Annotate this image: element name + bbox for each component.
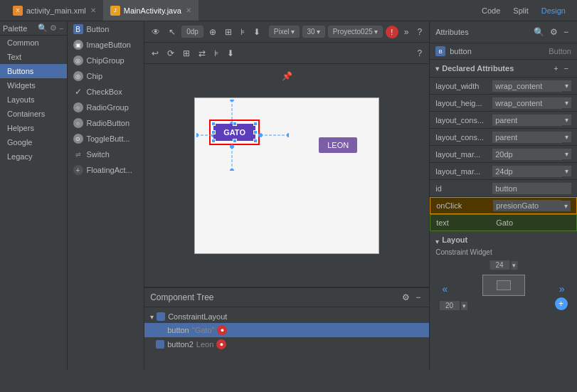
declared-remove-button[interactable]: − [561,63,571,74]
comp-item-switch[interactable]: ⇌ Switch [68,147,144,162]
comp-item-button[interactable]: B Button [68,21,144,37]
pixel-selector[interactable]: Pixel ▾ [269,26,300,38]
tab-activity-xml-close[interactable]: ✕ [90,6,96,14]
canvas-toolbar-btn-0[interactable]: ↩ [149,47,162,60]
attr-dropdown-arrow-layout-height[interactable]: ▾ [562,97,571,108]
attr-value-id[interactable] [492,183,571,194]
attr-dropdown-arrow-layout-mar1[interactable]: ▾ [562,149,571,159]
attr-name-text: text [436,218,493,227]
attr-value-layout-mar2[interactable]: 24dp ▾ [492,166,571,177]
palette-item-legacy[interactable]: Legacy [0,149,67,164]
magnet-button[interactable]: ⊕ [206,26,219,38]
palette-item-layouts[interactable]: Layouts [0,92,67,107]
attr-value-layout-cons2[interactable]: parent ▾ [492,132,571,143]
button-gato-icon [156,326,164,334]
widget-leon[interactable]: LEON [319,137,357,153]
constraintlayout-expand-icon: ▾ [150,313,154,321]
zoom-selector[interactable]: 30 ▾ [302,26,325,38]
palette-item-text[interactable]: Text [0,50,67,64]
comp-item-chip-label: Chip [87,72,103,80]
add-constraint-button[interactable]: + [555,297,568,310]
tab-main-activity-java[interactable]: J MainActivity.java ✕ [103,0,198,21]
tab-activity-xml[interactable]: X activity_main.xml ✕ [6,0,103,21]
palette-header: Palette 🔍 ⚙ − [0,21,67,36]
split-button[interactable]: Split [507,5,534,16]
attr-value-layout-height[interactable]: wrap_content ▾ [492,97,571,109]
comp-item-chip[interactable]: ◎ Chip [68,68,144,84]
more-options-button[interactable]: » [401,26,412,38]
palette-search-button[interactable]: 🔍 [38,23,48,33]
comp-item-radiobutton[interactable]: ○ RadioButton [68,115,144,131]
palette-item-common[interactable]: Common [0,36,67,50]
tree-item-constraintlayout[interactable]: ▾ ConstraintLayout [144,310,429,323]
attr-value-text[interactable] [493,217,571,228]
phone-frame[interactable]: GATO LE [194,97,379,254]
tree-item-button-gato-value: "Gato" [192,326,215,334]
svg-point-9 [230,169,234,171]
cursor-button[interactable]: ↖ [166,26,179,38]
attr-dropdown-arrow-layout-cons2[interactable]: ▾ [562,132,571,142]
palette-item-containers[interactable]: Containers [0,107,67,121]
attributes-settings-button[interactable]: ⚙ [547,26,561,38]
palette-item-helpers[interactable]: Helpers [0,121,67,135]
attr-value-layout-width[interactable]: wrap_content ▾ [492,80,571,92]
comp-item-togglebutton[interactable]: ⊙ ToggleButt... [68,131,144,147]
attributes-minimize-button[interactable]: − [561,26,571,38]
comp-item-radiogroup[interactable]: ○ RadioGroup [68,100,144,115]
help-button[interactable]: ? [415,26,425,38]
margin-top-input[interactable] [489,260,509,270]
comp-item-floatingaction[interactable]: + FloatingAct... [68,162,144,178]
canvas-help-button[interactable]: ? [415,47,425,60]
attributes-search-button[interactable]: 🔍 [531,26,547,38]
comp-item-checkbox[interactable]: ✓ CheckBox [68,84,144,100]
eye-button[interactable]: 👁 [149,26,163,38]
attr-dropdown-arrow-onclick[interactable]: ▾ [561,201,571,211]
attr-dropdown-arrow-layout-cons1[interactable]: ▾ [562,115,571,125]
attr-row-id: id [430,180,577,197]
attr-dropdown-arrow-layout-width[interactable]: ▾ [562,80,571,91]
component-tree-minimize[interactable]: − [413,291,423,304]
tab-main-activity-java-close[interactable]: ✕ [186,6,191,14]
handle-bl [211,139,216,143]
comp-item-imagebutton[interactable]: ▣ ImageButton [68,37,144,53]
canvas-toolbar-btn-4[interactable]: ⊧ [211,47,221,60]
selected-widget-container[interactable]: GATO [209,120,260,145]
palette-item-google[interactable]: Google [0,135,67,149]
palette-title: Palette [3,24,36,33]
palette-item-widgets[interactable]: Widgets [0,78,67,92]
canvas-toolbar-btn-5[interactable]: ⬇ [224,47,237,60]
declared-add-button[interactable]: + [551,63,561,74]
attr-input-id[interactable] [492,183,571,194]
attr-input-text[interactable] [493,217,571,228]
margin-left-input[interactable] [440,301,460,310]
comp-item-chipgroup[interactable]: ◎ ChipGroup [68,53,144,68]
palette-item-buttons[interactable]: Buttons [0,64,67,78]
chip-icon: ◎ [73,71,83,81]
canvas-toolbar-btn-3[interactable]: ⇄ [196,47,208,60]
margin-left-dropdown[interactable]: ▾ [461,302,467,310]
tree-item-button2-leon[interactable]: button2 Leon ● [144,337,429,351]
project-selector[interactable]: Proyecto025 ▾ [328,26,383,38]
code-button[interactable]: Code [476,5,506,16]
another-button[interactable]: ⊧ [238,26,248,38]
layout-button[interactable]: ⊞ [222,26,235,38]
palette-minimize-button[interactable]: − [59,24,63,33]
tree-item-button-gato[interactable]: button "Gato" ● [144,323,429,337]
margin-value-button[interactable]: 0dp [181,26,203,38]
warning-button[interactable]: ! [386,26,398,38]
attr-value-layout-cons1[interactable]: parent ▾ [492,115,571,126]
attr-dropdown-arrow-layout-mar2[interactable]: ▾ [562,166,571,176]
attr-value-onclick[interactable]: presionGato ▾ [493,200,571,211]
canvas-toolbar: ↩ ⟳ ⊞ ⇄ ⊧ ⬇ ? [144,43,429,64]
design-button[interactable]: Design [536,5,571,16]
margin-top-dropdown[interactable]: ▾ [511,261,517,270]
attr-value-layout-mar1[interactable]: 20dp ▾ [492,149,571,160]
component-tree-settings[interactable]: ⚙ [399,291,413,304]
constraint-arrow-left: « [443,283,448,295]
widget-gato[interactable]: GATO [213,124,255,141]
down-button[interactable]: ⬇ [250,26,263,38]
canvas-toolbar-btn-2[interactable]: ⊞ [180,47,193,60]
margin-left-control: ▾ [440,301,467,310]
canvas-toolbar-btn-1[interactable]: ⟳ [164,47,177,60]
palette-settings-button[interactable]: ⚙ [50,23,57,33]
